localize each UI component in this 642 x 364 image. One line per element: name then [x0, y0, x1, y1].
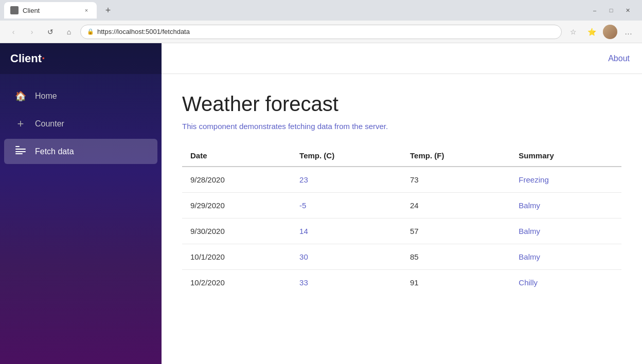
- table-header-row: Date Temp. (C) Temp. (F) Summary: [182, 145, 621, 167]
- browser-tab[interactable]: Client ×: [4, 2, 97, 19]
- sidebar-nav: 🏠 Home + Counter Fetch data: [0, 74, 162, 173]
- sidebar-item-home[interactable]: 🏠 Home: [4, 83, 157, 109]
- cell-tempf: 73: [402, 167, 510, 193]
- home-icon: 🏠: [14, 90, 27, 102]
- address-text: https://localhost:5001/fetchdata: [97, 28, 555, 35]
- weather-table: Date Temp. (C) Temp. (F) Summary 9/28/20…: [182, 145, 621, 295]
- cell-date: 10/1/2020: [182, 244, 291, 270]
- svg-rect-2: [15, 151, 26, 152]
- main-content: About Weather forecast This component de…: [162, 43, 642, 364]
- col-header-date: Date: [182, 145, 291, 167]
- counter-icon: +: [14, 117, 27, 131]
- cell-tempf: 57: [402, 219, 510, 244]
- profile-avatar: [603, 25, 617, 39]
- forward-button[interactable]: ›: [25, 25, 39, 39]
- tab-favicon: [10, 6, 19, 14]
- reload-button[interactable]: ↺: [43, 25, 58, 39]
- fetchdata-icon: [14, 146, 27, 157]
- sidebar-brand: Client·: [10, 52, 45, 65]
- sidebar: Client· 🏠 Home + Counter: [0, 43, 162, 364]
- col-header-summary: Summary: [510, 145, 621, 167]
- cell-summary: Balmy: [510, 244, 621, 270]
- cell-tempc: 33: [291, 270, 402, 296]
- home-button[interactable]: ⌂: [62, 25, 76, 39]
- cell-tempc: -5: [291, 193, 402, 219]
- close-window-button[interactable]: ✕: [621, 4, 634, 16]
- lock-icon: 🔒: [87, 28, 94, 35]
- col-header-tempf: Temp. (F): [402, 145, 510, 167]
- browser-titlebar: Client × + – □ ✕: [0, 0, 642, 21]
- app-layout: Client· 🏠 Home + Counter: [0, 43, 642, 364]
- svg-rect-3: [15, 153, 23, 154]
- svg-rect-0: [15, 146, 20, 147]
- profile-button[interactable]: [603, 25, 617, 39]
- cell-summary: Balmy: [510, 219, 621, 244]
- cell-date: 9/30/2020: [182, 219, 291, 244]
- cell-tempf: 24: [402, 193, 510, 219]
- cell-summary: Freezing: [510, 167, 621, 193]
- minimize-button[interactable]: –: [588, 4, 601, 16]
- table-row: 10/2/20203391Chilly: [182, 270, 621, 296]
- sidebar-header: Client·: [0, 43, 162, 74]
- cell-summary: Balmy: [510, 193, 621, 219]
- col-header-tempc: Temp. (C): [291, 145, 402, 167]
- table-row: 9/29/2020-524Balmy: [182, 193, 621, 219]
- table-row: 10/1/20203085Balmy: [182, 244, 621, 270]
- tab-close-button[interactable]: ×: [82, 6, 91, 14]
- page-subtitle: This component demonstrates fetching dat…: [182, 122, 621, 131]
- favorites-button[interactable]: ⭐: [584, 25, 599, 39]
- cell-date: 9/29/2020: [182, 193, 291, 219]
- table-row: 9/30/20201457Balmy: [182, 219, 621, 244]
- sidebar-item-home-label: Home: [35, 92, 57, 101]
- cell-tempf: 91: [402, 270, 510, 296]
- sidebar-item-fetchdata[interactable]: Fetch data: [4, 139, 157, 164]
- svg-rect-1: [15, 149, 26, 150]
- brand-text: Client: [10, 52, 42, 65]
- about-link[interactable]: About: [608, 54, 630, 63]
- bookmark-star-button[interactable]: ☆: [566, 25, 580, 39]
- sidebar-item-counter-label: Counter: [35, 119, 64, 129]
- table-row: 9/28/20202373Freezing: [182, 167, 621, 193]
- top-nav: About: [162, 43, 642, 74]
- cell-date: 10/2/2020: [182, 270, 291, 296]
- cell-date: 9/28/2020: [182, 167, 291, 193]
- address-bar[interactable]: 🔒 https://localhost:5001/fetchdata: [80, 25, 562, 39]
- sidebar-item-fetchdata-label: Fetch data: [35, 147, 74, 156]
- browser-menu-button[interactable]: ...: [621, 25, 636, 39]
- content-area: Weather forecast This component demonstr…: [162, 74, 642, 364]
- cell-tempc: 23: [291, 167, 402, 193]
- cell-tempc: 14: [291, 219, 402, 244]
- sidebar-item-counter[interactable]: + Counter: [4, 110, 157, 138]
- maximize-button[interactable]: □: [605, 4, 617, 16]
- back-button[interactable]: ‹: [6, 25, 21, 39]
- brand-accent: ·: [42, 52, 45, 65]
- cell-tempc: 30: [291, 244, 402, 270]
- new-tab-button[interactable]: +: [101, 3, 115, 17]
- tab-title: Client: [23, 7, 78, 14]
- page-title: Weather forecast: [182, 93, 621, 116]
- cell-summary: Chilly: [510, 270, 621, 296]
- window-controls: – □ ✕: [588, 4, 634, 16]
- browser-controls: ‹ › ↺ ⌂ 🔒 https://localhost:5001/fetchda…: [0, 21, 642, 43]
- cell-tempf: 85: [402, 244, 510, 270]
